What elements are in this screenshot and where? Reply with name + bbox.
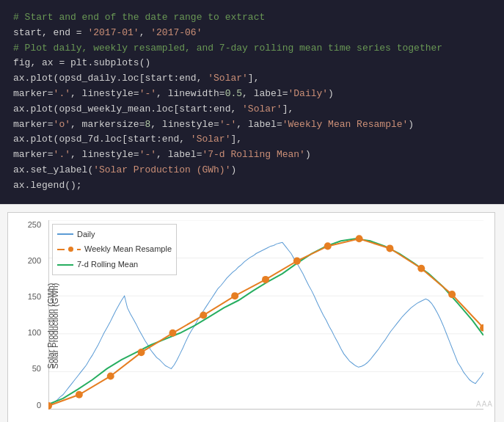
svg-point-12 [169, 329, 176, 336]
code-line-2: start, end = '2017-01', '2017-06' [13, 26, 491, 41]
y-tick-150: 150 [15, 292, 41, 301]
legend-rolling-label: 7-d Rolling Mean [77, 257, 138, 272]
svg-point-20 [417, 264, 425, 272]
watermark: AAA [476, 400, 493, 408]
code-block: # Start and end of the date range to ext… [0, 0, 504, 204]
chart-block: Solar Production (GWh) 0 50 100 150 200 … [0, 204, 504, 422]
legend-weekly: Weekly Mean Resample [57, 241, 172, 257]
code-line-10: marker='.', linestyle='-', label='7-d Ro… [13, 148, 491, 163]
legend-daily: Daily [57, 227, 172, 242]
y-tick-0: 0 [15, 401, 41, 410]
code-line-11: ax.set_ylabel('Solar Production (GWh)') [13, 163, 491, 178]
y-tick-200: 200 [15, 256, 41, 265]
svg-point-16 [293, 257, 301, 264]
legend-daily-label: Daily [77, 227, 95, 242]
svg-point-18 [356, 235, 363, 242]
svg-point-11 [138, 349, 145, 356]
legend-weekly-dot [68, 247, 73, 252]
svg-point-15 [262, 275, 269, 283]
code-line-6: marker='.', linestyle='-', linewidth=0.5… [13, 87, 491, 102]
code-line-7: ax.plot(opsd_weekly_mean.loc[start:end, … [13, 102, 491, 117]
y-axis-title: Solar Production (GWh) [46, 283, 55, 368]
y-tick-250: 250 [15, 220, 41, 229]
chart-container: Solar Production (GWh) 0 50 100 150 200 … [7, 212, 495, 422]
svg-point-10 [107, 372, 114, 379]
y-tick-100: 100 [15, 328, 41, 337]
legend-rolling-line [57, 264, 73, 266]
chart-area: Daily Weekly Mean Resample 7-d Rolling M… [48, 220, 483, 410]
code-line-5: ax.plot(opsd_daily.loc[start:end, 'Solar… [13, 71, 491, 87]
code-line-1: # Start and end of the date range to ext… [13, 10, 491, 26]
chart-legend: Daily Weekly Mean Resample 7-d Rolling M… [52, 224, 177, 276]
y-axis-ticks: 0 50 100 150 200 250 [15, 220, 41, 410]
svg-point-9 [76, 390, 83, 398]
code-line-4: fig, ax = plt.subplots() [13, 56, 491, 71]
svg-point-14 [231, 292, 238, 299]
svg-point-19 [386, 244, 393, 252]
code-line-9: ax.plot(opsd_7d.loc[start:end, 'Solar'], [13, 132, 491, 148]
legend-rolling: 7-d Rolling Mean [57, 257, 172, 272]
y-tick-50: 50 [15, 364, 41, 373]
svg-point-21 [448, 291, 456, 298]
code-line-8: marker='o', markersize=8, linestyle='-',… [13, 117, 491, 133]
legend-weekly-line1 [57, 249, 65, 250]
code-line-3: # Plot daily, weekly resampled, and 7-da… [13, 41, 491, 57]
svg-point-13 [200, 311, 207, 319]
legend-weekly-line2 [77, 249, 81, 250]
legend-weekly-label: Weekly Mean Resample [84, 241, 172, 257]
legend-daily-line [57, 233, 73, 235]
code-line-12: ax.legend(); [13, 178, 491, 194]
svg-point-17 [324, 242, 332, 250]
